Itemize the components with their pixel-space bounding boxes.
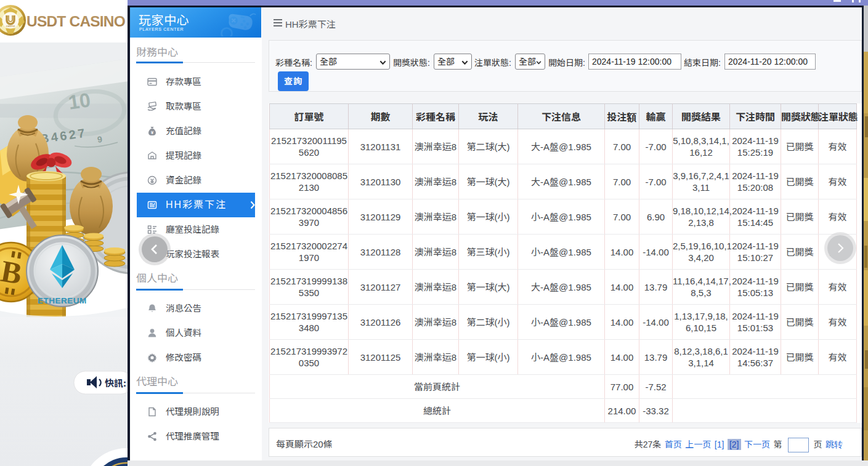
svg-text:casino: casino [6, 24, 15, 28]
svg-text:USDT CASINO: USDT CASINO [26, 13, 126, 30]
svg-text:10: 10 [67, 89, 92, 114]
svg-text:ETHEREUM: ETHEREUM [38, 296, 87, 305]
svg-text:快訊:: 快訊: [105, 376, 126, 389]
